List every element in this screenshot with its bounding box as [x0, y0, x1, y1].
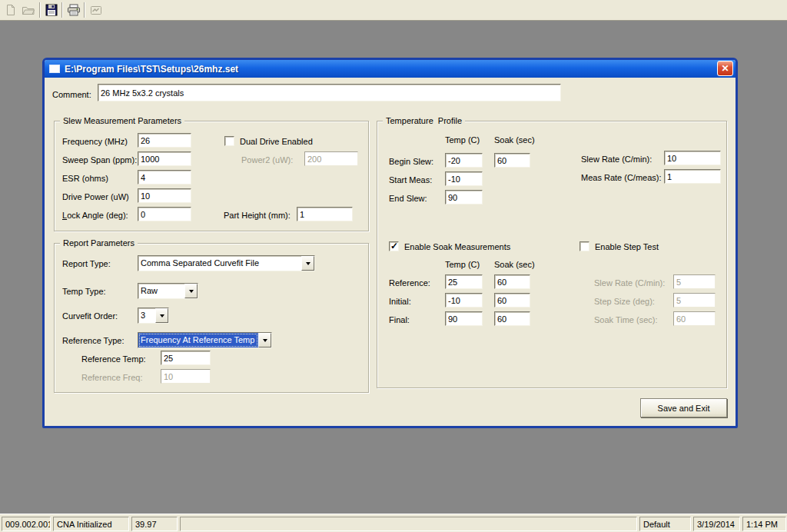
curvefit-order-label: Curvefit Order:: [62, 311, 118, 321]
temp-column-header: Temp (C): [445, 135, 480, 145]
initial-temp-input[interactable]: [445, 293, 483, 308]
dropdown-arrow-icon[interactable]: [258, 333, 271, 347]
dual-drive-checkbox[interactable]: [224, 136, 234, 146]
report-group-title: Report Parameters: [60, 238, 138, 248]
reference-type-combo[interactable]: Frequency At Reference Temp: [138, 332, 272, 348]
start-meas-label: Start Meas:: [389, 175, 432, 185]
frequency-label: Frequency (MHz): [62, 137, 128, 146]
reference-type-value: Frequency At Reference Temp: [138, 333, 258, 347]
new-document-icon: [5, 4, 17, 16]
window-icon: [49, 65, 60, 73]
temp-type-combo[interactable]: Raw: [138, 283, 198, 299]
open-file-button: [19, 2, 37, 18]
drive-power-input[interactable]: [138, 188, 191, 203]
status-reading: 39.97: [131, 517, 178, 531]
meas-rate-label: Meas Rate (C/meas):: [581, 173, 662, 182]
begin-slew-temp-input[interactable]: [445, 153, 483, 168]
slew-group-title: Slew Measurement Parameters: [60, 116, 184, 125]
slew-rate-label: Slew Rate (C/min):: [581, 155, 652, 164]
status-date: 3/19/2014: [693, 517, 740, 531]
lock-angle-input[interactable]: [138, 207, 191, 221]
soak-time-label: Soak Time (sec):: [594, 315, 658, 324]
initial-soak-input[interactable]: [494, 293, 530, 308]
dropdown-arrow-icon[interactable]: [155, 308, 168, 323]
report-parameters-group: Report Parameters Report Type: Comma Sep…: [54, 243, 369, 393]
toolbar-separator: [61, 2, 63, 18]
status-time: 1:14 PM: [742, 517, 786, 531]
start-meas-temp-input[interactable]: [445, 171, 483, 186]
curvefit-order-value: 3: [138, 308, 155, 323]
print-icon: [67, 4, 81, 16]
final-row-label: Final:: [389, 315, 410, 324]
soak-column-header-2: Soak (sec): [494, 260, 535, 269]
reference-row-label: Reference:: [389, 278, 430, 288]
enable-soak-checkbox[interactable]: [389, 241, 399, 251]
esr-label: ESR (ohms): [62, 174, 108, 183]
save-icon: [45, 4, 58, 16]
temp-type-value: Raw: [138, 284, 184, 298]
step-slew-rate-label: Slew Rate (C/min):: [594, 278, 665, 288]
begin-slew-label: Begin Slew:: [389, 157, 433, 166]
dropdown-arrow-icon[interactable]: [301, 256, 314, 271]
report-type-label: Report Type:: [62, 259, 111, 268]
report-button: [87, 2, 105, 18]
reference-temp-label: Reference Temp:: [81, 354, 146, 364]
reference-temp-input[interactable]: [161, 351, 211, 365]
comment-input[interactable]: [98, 84, 561, 101]
report-type-combo[interactable]: Comma Separated Curvefit File: [138, 255, 315, 271]
sweep-span-input[interactable]: [138, 151, 191, 166]
status-info: [180, 517, 637, 531]
end-slew-label: End Slew:: [389, 194, 427, 203]
close-button[interactable]: ✕: [717, 61, 733, 76]
slew-parameters-group: Slew Measurement Parameters Frequency (M…: [54, 121, 369, 231]
temp-group-title: Temperature Profile: [383, 116, 465, 125]
frequency-input[interactable]: [138, 133, 191, 148]
dropdown-arrow-icon[interactable]: [184, 284, 198, 298]
print-button[interactable]: [65, 2, 82, 18]
status-message: CNA Initialized: [53, 517, 129, 531]
report-icon: [90, 4, 102, 16]
step-size-input: [673, 293, 716, 308]
esr-input[interactable]: [138, 170, 191, 185]
power2-label: Power2 (uW):: [241, 155, 293, 165]
part-height-input[interactable]: [297, 207, 353, 221]
dual-drive-label: Dual Drive Enabled: [240, 137, 313, 146]
dialog-body: Comment: Slew Measurement Parameters Fre…: [45, 78, 736, 426]
step-size-label: Step Size (deg):: [594, 297, 655, 306]
curvefit-order-combo[interactable]: 3: [138, 308, 169, 324]
main-toolbar: [0, 0, 787, 21]
power2-input: [304, 151, 358, 166]
soak-column-header: Soak (sec): [494, 135, 535, 145]
enable-step-label: Enable Step Test: [595, 242, 659, 251]
lock-angle-label: Lock Angle (deg):: [62, 211, 128, 220]
step-slew-rate-input: [673, 274, 716, 289]
open-folder-icon: [22, 4, 35, 16]
comment-label: Comment:: [52, 90, 91, 99]
dialog-titlebar: E:\Program Files\TST\Setups\26mhz.set ✕: [45, 60, 736, 78]
enable-step-checkbox[interactable]: [579, 241, 589, 251]
meas-rate-input[interactable]: [664, 169, 721, 184]
drive-power-label: Drive Power (uW): [62, 192, 129, 201]
final-soak-input[interactable]: [494, 311, 530, 326]
temperature-profile-group: Temperature Profile Temp (C) Soak (sec) …: [377, 121, 727, 388]
begin-slew-soak-input[interactable]: [494, 153, 530, 168]
settings-dialog: E:\Program Files\TST\Setups\26mhz.set ✕ …: [42, 58, 738, 428]
new-file-button: [2, 2, 19, 18]
temp-column-header-2: Temp (C): [445, 260, 480, 269]
toolbar-separator: [39, 2, 41, 18]
save-button[interactable]: [42, 2, 60, 18]
final-temp-input[interactable]: [445, 311, 483, 326]
reference-type-label: Reference Type:: [62, 336, 125, 345]
reference-temp-soak-input[interactable]: [445, 274, 483, 289]
reference-freq-input: [161, 369, 211, 384]
part-height-label: Part Height (mm):: [224, 211, 291, 220]
status-bar: 009.002.001 CNA Initialized 39.97 Defaul…: [0, 514, 787, 532]
toolbar-separator: [84, 2, 85, 18]
dialog-title: E:\Program Files\TST\Setups\26mhz.set: [65, 64, 238, 75]
save-and-exit-button[interactable]: Save and Exit: [640, 398, 727, 417]
report-type-value: Comma Separated Curvefit File: [138, 256, 301, 271]
reference-freq-label: Reference Freq:: [81, 373, 142, 382]
end-slew-temp-input[interactable]: [445, 190, 483, 204]
reference-soak-input[interactable]: [494, 274, 530, 289]
slew-rate-input[interactable]: [664, 151, 721, 165]
